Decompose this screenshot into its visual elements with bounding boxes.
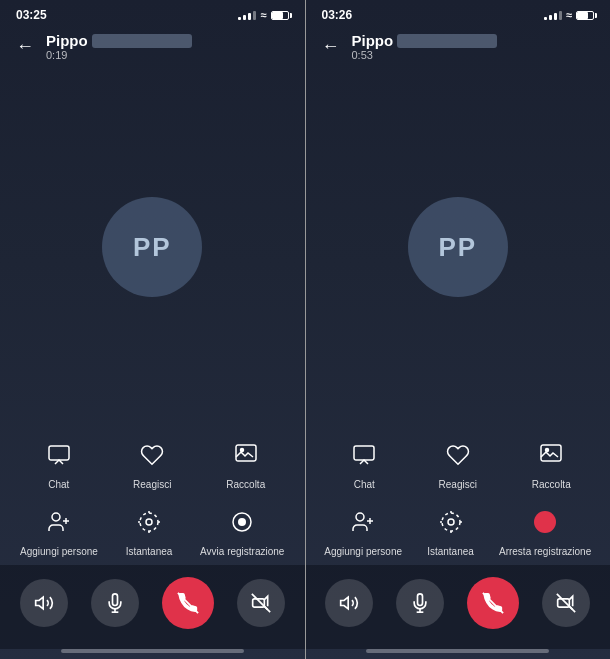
svg-line-17 [178,593,198,613]
react-label-right: Reagisci [439,479,477,490]
caller-name-bar-left [92,34,192,48]
bottom-controls-left [0,565,305,649]
speaker-btn-right[interactable] [325,579,373,627]
end-call-btn-left[interactable] [162,577,214,629]
svg-point-7 [146,519,152,525]
svg-point-22 [546,449,549,452]
wifi-icon-left: ≈ [260,9,266,21]
add-person-btn-right[interactable]: Aggiungi persone [324,502,402,557]
home-indicator-left [61,649,244,653]
snapshot-btn-left[interactable]: Istantanea [114,502,184,557]
call-header-left: ← Pippo 0:19 [0,26,305,67]
react-label-left: Reagisci [133,479,171,490]
signal-left [238,11,256,20]
action-row1-right: Chat Reagisci Raccolta [306,427,611,494]
right-screen: 03:26 ≈ ← Pippo 0:53 PP [306,0,611,659]
call-duration-right: 0:53 [352,49,498,61]
status-bar-right: 03:26 ≈ [306,0,611,26]
time-left: 03:25 [16,8,47,22]
avatar-area-left: PP [0,67,305,427]
snapshot-icon-right [431,502,471,542]
snapshot-label-left: Istantanea [126,546,173,557]
record-btn-left[interactable]: Avvia registrazione [200,502,284,557]
caller-name-right: Pippo [352,32,498,49]
back-arrow-right[interactable]: ← [322,36,340,57]
call-header-right: ← Pippo 0:53 [306,26,611,67]
gallery-label-left: Raccolta [226,479,265,490]
caller-info-right: Pippo 0:53 [352,32,498,61]
mic-btn-right[interactable] [396,579,444,627]
react-btn-right[interactable]: Reagisci [423,435,493,490]
svg-point-13 [238,518,246,526]
status-bar-left: 03:25 ≈ [0,0,305,26]
avatar-left: PP [102,197,202,297]
mic-btn-left[interactable] [91,579,139,627]
chat-label-right: Chat [354,479,375,490]
gallery-btn-left[interactable]: Raccolta [211,435,281,490]
svg-point-26 [442,513,460,531]
heart-icon-right [438,435,478,475]
avatar-area-right: PP [306,67,611,427]
bottom-controls-right [306,565,611,649]
signal-right [544,11,562,20]
call-duration-left: 0:19 [46,49,192,61]
svg-point-2 [240,449,243,452]
chat-icon-right [344,435,384,475]
video-off-btn-left[interactable] [237,579,285,627]
svg-marker-14 [35,597,43,609]
end-call-btn-right[interactable] [467,577,519,629]
svg-rect-20 [354,446,374,460]
svg-marker-32 [341,597,349,609]
caller-name-bar-right [397,34,497,48]
gallery-label-right: Raccolta [532,479,571,490]
add-person-icon-left [39,502,79,542]
gallery-icon-right [531,435,571,475]
battery-right [576,11,594,20]
add-person-label-left: Aggiungi persone [20,546,98,557]
home-indicator-right [366,649,549,653]
status-icons-left: ≈ [238,9,288,21]
chat-btn-left[interactable]: Chat [24,435,94,490]
avatar-right: PP [408,197,508,297]
react-btn-left[interactable]: Reagisci [117,435,187,490]
wifi-icon-right: ≈ [566,9,572,21]
record-icon-left [222,502,262,542]
action-row2-right: Aggiungi persone Istantanea Arresta regi… [306,494,611,561]
action-row2-left: Aggiungi persone Istantanea [0,494,305,561]
stop-record-icon-right [525,502,565,542]
chat-icon-left [39,435,79,475]
stop-record-label-right: Arresta registrazione [499,546,591,557]
speaker-btn-left[interactable] [20,579,68,627]
svg-point-27 [448,519,454,525]
svg-point-6 [140,513,158,531]
add-person-btn-left[interactable]: Aggiungi persone [20,502,98,557]
svg-point-3 [52,513,60,521]
add-person-icon-right [343,502,383,542]
chat-btn-right[interactable]: Chat [329,435,399,490]
video-off-btn-right[interactable] [542,579,590,627]
action-row1-left: Chat Reagisci Raccolta [0,427,305,494]
battery-left [271,11,289,20]
add-person-label-right: Aggiungi persone [324,546,402,557]
heart-icon-left [132,435,172,475]
record-label-left: Avvia registrazione [200,546,284,557]
gallery-icon-left [226,435,266,475]
caller-name-left: Pippo [46,32,192,49]
chat-label-left: Chat [48,479,69,490]
back-arrow-left[interactable]: ← [16,36,34,57]
status-icons-right: ≈ [544,9,594,21]
left-screen: 03:25 ≈ ← Pippo 0:19 PP [0,0,305,659]
time-right: 03:26 [322,8,353,22]
svg-point-23 [356,513,364,521]
snapshot-icon-left [129,502,169,542]
svg-line-35 [483,593,503,613]
stop-record-btn-right[interactable]: Arresta registrazione [499,502,591,557]
snapshot-label-right: Istantanea [427,546,474,557]
snapshot-btn-right[interactable]: Istantanea [416,502,486,557]
caller-info-left: Pippo 0:19 [46,32,192,61]
svg-rect-0 [49,446,69,460]
gallery-btn-right[interactable]: Raccolta [516,435,586,490]
